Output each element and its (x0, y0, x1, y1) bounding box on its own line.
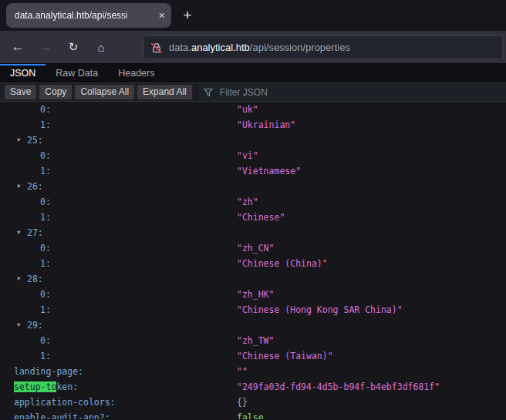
json-key: landing-page: (14, 366, 83, 377)
insecure-lock-icon[interactable] (150, 42, 163, 54)
tab-title: data.analytical.htb/api/sessi (15, 10, 156, 21)
twisty-collapse-icon[interactable]: ▼ (17, 133, 21, 148)
back-arrow-icon: ← (12, 39, 25, 55)
json-value: false (237, 410, 264, 419)
json-value: "zh" (237, 194, 258, 210)
json-row: 1:"Chinese (Taiwan)" (0, 348, 506, 364)
reload-icon: ↻ (69, 40, 79, 54)
json-value: "Ukrainian" (237, 117, 295, 133)
forward-button[interactable]: → (34, 35, 57, 59)
forward-arrow-icon: → (39, 39, 52, 55)
filter-json-region (197, 83, 506, 101)
url-bar[interactable]: data.analytical.htb/api/session/properti… (143, 35, 503, 59)
json-row: 0:"zh_TW" (0, 333, 506, 348)
home-icon: ⌂ (97, 41, 104, 54)
url-text: data.analytical.htb/api/session/properti… (169, 42, 350, 53)
json-value: "Chinese" (237, 210, 285, 225)
json-value: {} (237, 395, 248, 410)
reload-button[interactable]: ↻ (62, 35, 85, 59)
json-value: "zh_TW" (237, 333, 274, 348)
filter-json-input[interactable] (218, 86, 419, 99)
json-row: application-colors:{} (0, 395, 506, 410)
tab-json-label: JSON (10, 68, 35, 79)
json-key: 1: (40, 351, 51, 361)
json-value: "Chinese (China)" (237, 256, 328, 271)
json-key: 1: (40, 212, 51, 223)
viewer-tab-bar: JSON Raw Data Headers (0, 64, 506, 82)
json-row: landing-page:"" (0, 364, 506, 379)
json-row: enable-audit-app?:false (0, 410, 506, 419)
twisty-collapse-icon[interactable]: ▼ (17, 179, 21, 194)
close-icon[interactable]: × (159, 10, 165, 21)
json-key: 0: (40, 104, 51, 115)
viewer-toolbar: Save Copy Collapse All Expand All (0, 82, 506, 102)
json-key[interactable]: 29: (27, 320, 43, 331)
new-tab-button[interactable]: + (177, 5, 197, 25)
funnel-filter-icon (204, 88, 213, 97)
tab-headers-label: Headers (118, 68, 154, 79)
tab-headers[interactable]: Headers (108, 64, 164, 82)
json-key: 1: (40, 119, 51, 130)
url-host: analytical.htb (191, 42, 250, 53)
twisty-collapse-icon[interactable]: ▼ (17, 271, 21, 287)
json-value: "zh_CN" (237, 240, 274, 256)
json-value: "zh_HK" (237, 287, 274, 302)
json-row: 0:"zh_CN" (0, 240, 506, 256)
json-row: ▼25: (0, 133, 506, 148)
json-value: "249fa03d-fd94-4d5b-b94f-b4ebf3df681f" (237, 379, 440, 395)
json-key: 1: (40, 166, 51, 176)
tab-raw-data-label: Raw Data (56, 68, 98, 79)
json-key: 0: (40, 150, 51, 161)
json-value: "vi" (237, 148, 258, 163)
save-button[interactable]: Save (5, 85, 36, 99)
json-key[interactable]: 25: (27, 135, 43, 146)
json-key[interactable]: 27: (27, 227, 43, 238)
json-key[interactable]: 26: (27, 181, 43, 192)
copy-button[interactable]: Copy (39, 85, 72, 99)
json-row: 1:"Vietnamese" (0, 163, 506, 179)
tab-raw-data[interactable]: Raw Data (46, 64, 108, 82)
url-path: /api/session/properties (250, 42, 350, 53)
json-key: 1: (40, 304, 51, 315)
json-key: 0: (40, 197, 51, 207)
json-key: enable-audit-app?: (14, 412, 110, 419)
json-value: "Chinese (Hong Kong SAR China)" (237, 302, 403, 318)
expand-all-button[interactable]: Expand All (137, 85, 192, 99)
json-key: setup-token: (14, 381, 78, 392)
twisty-collapse-icon[interactable]: ▼ (17, 225, 21, 240)
twisty-collapse-icon[interactable]: ▼ (17, 318, 21, 333)
url-prefix: data. (169, 42, 191, 53)
json-key: application-colors: (14, 397, 116, 408)
json-value: "Vietnamese" (237, 163, 301, 179)
json-row: 1:"Chinese (Hong Kong SAR China)" (0, 302, 506, 318)
json-key: 0: (40, 289, 51, 300)
find-highlight: setup-to (14, 381, 56, 392)
json-key[interactable]: 28: (27, 274, 43, 284)
json-content: 0:"uk"1:"Ukrainian"▼25:0:"vi"1:"Vietname… (0, 102, 506, 419)
json-row: ▼26: (0, 179, 506, 194)
tab-json[interactable]: JSON (0, 64, 46, 82)
tab-strip: data.analytical.htb/api/sessi × + (0, 0, 506, 31)
json-value: "Chinese (Taiwan)" (237, 348, 333, 364)
home-button[interactable]: ⌂ (89, 35, 113, 59)
json-row: ▼28: (0, 271, 506, 287)
back-button[interactable]: ← (6, 35, 29, 59)
json-key: 1: (40, 258, 51, 269)
json-row: ▼29: (0, 318, 506, 333)
json-key: 0: (40, 335, 51, 346)
json-value: "uk" (237, 102, 258, 117)
json-row: 1:"Chinese (China)" (0, 256, 506, 271)
plus-icon: + (183, 7, 191, 24)
json-row: 1:"Ukrainian" (0, 117, 506, 133)
json-row: setup-token:"249fa03d-fd94-4d5b-b94f-b4e… (0, 379, 506, 395)
json-row: ▼27: (0, 225, 506, 240)
browser-window: data.analytical.htb/api/sessi × + ← → ↻ … (0, 0, 506, 420)
navigation-bar: ← → ↻ ⌂ data.analytical.htb/api/session/… (0, 31, 506, 64)
json-key: 0: (40, 243, 51, 254)
json-row: 0:"zh_HK" (0, 287, 506, 302)
json-value: "" (237, 364, 248, 379)
collapse-all-button[interactable]: Collapse All (75, 85, 134, 99)
json-row: 0:"vi" (0, 148, 506, 163)
browser-tab[interactable]: data.analytical.htb/api/sessi × (6, 3, 171, 28)
json-row: 1:"Chinese" (0, 210, 506, 225)
